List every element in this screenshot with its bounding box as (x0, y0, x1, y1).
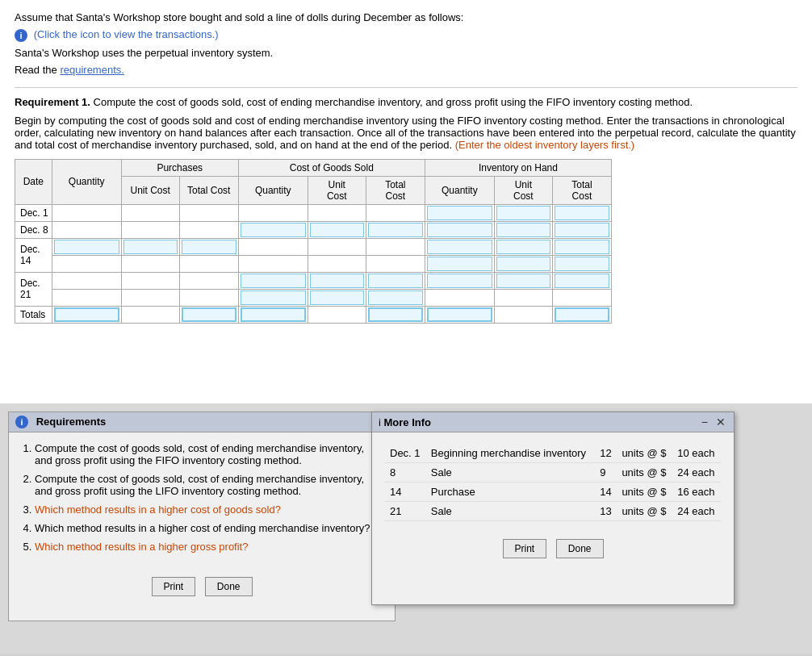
input-inv-total-dec8[interactable] (555, 223, 609, 237)
req-item-2: Compute the cost of goods sold, cost of … (35, 473, 383, 497)
input-inv-qty-dec14b[interactable] (427, 257, 492, 271)
info-price-dec21: 24 each (672, 502, 721, 521)
cell-total-totals-cogs[interactable] (366, 306, 425, 323)
cell-inv-total-dec14a[interactable] (552, 238, 611, 255)
cell-cogs-qty-dec8[interactable] (238, 221, 308, 238)
cell-cogs-total-dec8[interactable] (366, 221, 425, 238)
input-qty-dec14[interactable] (54, 240, 119, 254)
input-cogs-unit-dec21b[interactable] (310, 290, 364, 305)
input-qty-totals-cogs[interactable] (241, 307, 306, 322)
req1-desc: Compute the cost of goods sold, cost of … (94, 96, 693, 108)
info-close-btn[interactable]: ✕ (714, 416, 727, 428)
cell-cogs-qty-dec21b[interactable] (238, 289, 308, 306)
input-cogs-unit-dec21a[interactable] (310, 274, 364, 288)
input-inv-qty-dec21a[interactable] (427, 274, 492, 288)
cell-total-totals-pur[interactable] (179, 306, 238, 323)
cell-cogs-unit-dec8[interactable] (308, 221, 366, 238)
input-inv-unit-dec21a[interactable] (496, 274, 550, 288)
cell-cogs-unit-dec21b[interactable] (308, 289, 366, 306)
input-inv-total-dec14a[interactable] (555, 240, 609, 254)
input-total-dec14[interactable] (182, 240, 236, 254)
input-cogs-total-dec21a[interactable] (368, 274, 423, 288)
cell-qty-totals-cogs[interactable] (238, 306, 308, 323)
req-item-1-text: Compute the cost of goods sold, cost of … (35, 442, 364, 466)
inventory-table: Date Quantity Purchases Cost of Goods So… (15, 159, 612, 324)
cell-cogs-total-dec21a[interactable] (366, 272, 425, 289)
cell-inv-qty-dec8[interactable] (425, 221, 494, 238)
input-cogs-qty-dec21b[interactable] (241, 290, 306, 305)
cell-inv-qty-dec21a[interactable] (425, 272, 494, 289)
cell-total-dec14[interactable] (179, 238, 238, 255)
input-inv-total-dec21a[interactable] (555, 274, 609, 288)
cell-cogs-unit-dec21a[interactable] (308, 272, 366, 289)
info-date-dec1: Dec. 1 (385, 444, 426, 463)
cell-inv-total-dec1[interactable] (552, 204, 611, 221)
cell-inv-unit-dec21a[interactable] (494, 272, 552, 289)
cell-inv-unit-dec14a[interactable] (494, 238, 552, 255)
click-info[interactable]: i (Click the icon to view the transactio… (15, 28, 797, 42)
requirements-link-row: Read the requirements. (15, 64, 797, 76)
input-unit-dec14[interactable] (123, 240, 178, 254)
req-info-icon[interactable]: i (15, 416, 28, 428)
input-inv-qty-dec14a[interactable] (427, 240, 492, 254)
input-cogs-unit-dec8[interactable] (310, 223, 364, 237)
cell-inv-unit-dec8[interactable] (494, 221, 552, 238)
cell-total-totals-inv[interactable] (552, 306, 611, 323)
more-info-icon[interactable]: i (379, 416, 381, 428)
input-qty-totals-inv[interactable] (427, 307, 492, 322)
input-cogs-total-dec8[interactable] (368, 223, 423, 237)
th-inventory: Inventory on Hand (425, 159, 611, 176)
cell (179, 289, 238, 306)
cell-qty-totals[interactable] (52, 306, 121, 323)
input-total-totals-inv[interactable] (555, 307, 609, 322)
input-cogs-qty-dec21a[interactable] (241, 274, 306, 288)
date-dec21: Dec. 21 (15, 272, 52, 306)
cell-qty-dec14[interactable] (52, 238, 121, 255)
cell-inv-qty-dec1[interactable] (425, 204, 494, 221)
input-total-totals-cogs[interactable] (368, 307, 423, 322)
info-print-btn[interactable]: Print (503, 539, 547, 558)
divider (15, 87, 797, 88)
cell (179, 221, 238, 238)
cell-inv-total-dec14b[interactable] (552, 255, 611, 272)
cell-inv-qty-dec14b[interactable] (425, 255, 494, 272)
input-inv-total-dec14b[interactable] (555, 257, 609, 271)
requirements-list: Compute the cost of goods sold, cost of … (35, 442, 383, 553)
requirements-link[interactable]: requirements. (60, 64, 123, 76)
info-row-dec8: 8 Sale 9 units @ $ 24 each (385, 463, 721, 483)
req-print-btn[interactable]: Print (152, 577, 196, 596)
cell-qty-totals-inv[interactable] (425, 306, 494, 323)
input-inv-unit-dec14b[interactable] (496, 257, 550, 271)
input-inv-unit-dec8[interactable] (496, 223, 550, 237)
cell-inv-unit-dec1[interactable] (494, 204, 552, 221)
cell-unit-dec14[interactable] (121, 238, 179, 255)
th-cogs: Cost of Goods Sold (238, 159, 425, 176)
input-inv-qty-dec1[interactable] (427, 206, 492, 220)
input-inv-unit-dec1[interactable] (496, 206, 550, 220)
req-item-1: Compute the cost of goods sold, cost of … (35, 442, 383, 466)
cell-inv-total-dec8[interactable] (552, 221, 611, 238)
input-cogs-total-dec21b[interactable] (368, 290, 423, 305)
input-inv-total-dec1[interactable] (555, 206, 609, 220)
cell-cogs-qty-dec21a[interactable] (238, 272, 308, 289)
info-done-btn[interactable]: Done (556, 539, 604, 558)
info-minimize-btn[interactable]: − (700, 416, 709, 428)
cell-inv-qty-dec14a[interactable] (425, 238, 494, 255)
input-qty-totals[interactable] (54, 307, 119, 322)
th-inv-qty: Quantity (425, 176, 494, 204)
table-row: Dec. 21 (15, 272, 612, 289)
input-inv-unit-dec14a[interactable] (496, 240, 550, 254)
input-inv-qty-dec8[interactable] (427, 223, 492, 237)
cell (366, 204, 425, 221)
th-date: Date (15, 159, 52, 204)
input-cogs-qty-dec8[interactable] (241, 223, 306, 237)
cell-inv-unit-dec14b[interactable] (494, 255, 552, 272)
input-total-totals-pur[interactable] (182, 307, 236, 322)
cell-cogs-total-dec21b[interactable] (366, 289, 425, 306)
cell (308, 204, 366, 221)
req-done-btn[interactable]: Done (205, 577, 253, 596)
cell-inv-total-dec21a[interactable] (552, 272, 611, 289)
req-item-5: Which method results in a higher gross p… (35, 541, 383, 553)
info-icon[interactable]: i (15, 29, 27, 42)
date-dec1: Dec. 1 (15, 204, 52, 221)
